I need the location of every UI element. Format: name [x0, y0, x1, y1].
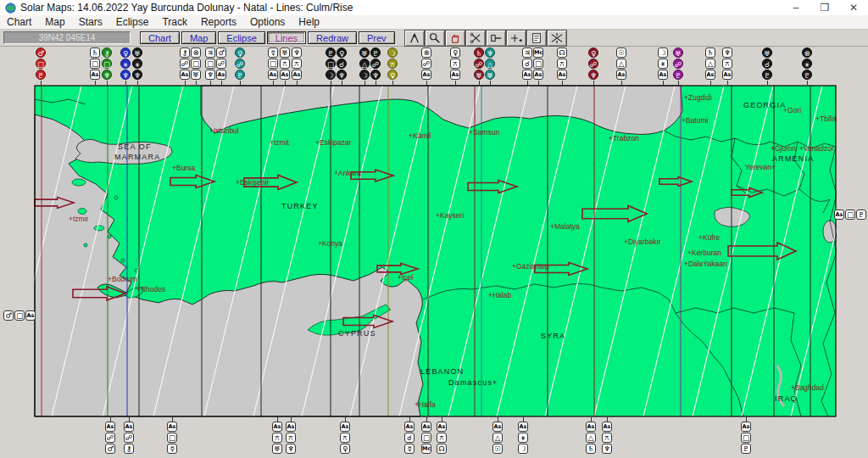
close-button[interactable]: ✕ — [839, 0, 868, 15]
glyph-⚹: ⚹ — [658, 59, 668, 69]
glyph-♆: ♆ — [588, 70, 598, 80]
menu-map[interactable]: Map — [38, 15, 71, 29]
crosshair-tool-icon[interactable] — [506, 30, 526, 47]
glyph-As: As — [340, 422, 350, 432]
glyph-□: □ — [741, 433, 751, 443]
glyph-□: □ — [102, 59, 112, 69]
top-line-marker: ♄△As — [704, 47, 717, 85]
pin-tool-icon[interactable] — [486, 30, 506, 47]
map-label-city: +Tbilisi — [815, 114, 837, 123]
top-line-marker: ☊⚻As — [555, 47, 569, 85]
glyph-As: As — [518, 422, 528, 432]
scissors-tool-icon[interactable] — [465, 30, 486, 47]
glyph-As: As — [216, 70, 226, 80]
zoom-tool-icon[interactable] — [425, 30, 445, 47]
prev-button[interactable]: Prev — [359, 31, 395, 44]
top-line-marker: ♅☌♇ — [760, 47, 774, 85]
menu-eclipse[interactable]: Eclipse — [109, 15, 156, 29]
map-label-city: +Rhodes — [136, 285, 165, 293]
glyph-□: □ — [191, 59, 201, 69]
pan-hand-tool-icon[interactable] — [445, 30, 465, 47]
glyph-⚷: ⚷ — [102, 47, 112, 58]
glyph-☍: ☍ — [421, 59, 431, 69]
menu-chart[interactable]: Chart — [0, 15, 38, 29]
map-label-city: +Gjumri — [771, 144, 796, 153]
glyph-☍: ☍ — [370, 59, 381, 69]
glyph-⚻: ⚻ — [340, 433, 350, 443]
glyph-♀: ♀ — [588, 47, 598, 58]
bottom-line-marker: As⚻♆ — [600, 417, 614, 455]
glyph-☊: ☊ — [437, 444, 447, 454]
glyph-♇: ♇ — [856, 209, 866, 220]
glyph-□: □ — [533, 59, 543, 69]
top-line-marker: ♅⚹♆ — [131, 47, 144, 85]
glyph-♄: ♄ — [705, 47, 715, 58]
map-label-city: +Içel — [398, 273, 413, 282]
glyph-As: As — [492, 422, 503, 432]
glyph-☿: ☿ — [404, 444, 415, 454]
top-line-marker: ♀☌♆ — [335, 47, 348, 85]
map-canvas[interactable]: +Istanbul+Izmit+Bursa+Eskipazar+Ankara+E… — [34, 85, 837, 417]
top-line-marker: ♆△♅ — [483, 47, 497, 85]
glyph-♅: ♅ — [485, 70, 495, 80]
right-edge-glyph-box: As□♇ — [834, 209, 866, 220]
map-label-city: +Batumi — [682, 116, 709, 125]
glyph-As: As — [705, 70, 715, 80]
glyph-♆: ♆ — [722, 47, 732, 58]
glyph-♆: ♆ — [485, 47, 495, 58]
measure-tool-icon[interactable] — [404, 30, 425, 47]
menu-reports[interactable]: Reports — [194, 15, 243, 29]
glyph-⚻: ⚻ — [450, 59, 460, 69]
map-label-region: ARMENIA — [772, 154, 814, 163]
map-label-region: LEBANON — [420, 367, 464, 376]
bottom-line-marker: As⚻♀ — [338, 417, 352, 455]
glyph-As: As — [421, 70, 431, 80]
glyph-♇: ♇ — [741, 444, 751, 454]
map-label-city: +Diyarbakır — [624, 237, 661, 246]
glyph-♅: ♅ — [272, 444, 282, 454]
map-label-city: +Eskipazar — [315, 138, 351, 147]
map-label-region: SEA OF — [118, 142, 152, 151]
glyph-⚻: ⚻ — [602, 433, 612, 443]
menu-bar: Chart Map Stars Eclipse Track Reports Op… — [0, 15, 868, 30]
map-label-city: +Kâmil — [409, 131, 431, 140]
glyph-⊗: ⊗ — [802, 47, 812, 58]
glyph-△: △ — [492, 433, 503, 443]
glyph-As: As — [557, 70, 567, 80]
top-line-marker: Mc□As — [531, 47, 545, 85]
notes-tool-icon[interactable] — [526, 30, 547, 47]
glyph-☌: ☌ — [404, 433, 415, 443]
top-line-marker: ⊗⚹♇ — [800, 47, 814, 85]
glyph-⚹: ⚹ — [802, 59, 812, 69]
menu-stars[interactable]: Stars — [72, 15, 109, 29]
glyph-♂: ♂ — [36, 47, 46, 58]
bottom-line-marker: As☍♂ — [103, 417, 117, 455]
glyph-⚹: ⚹ — [132, 59, 142, 69]
bottom-line-marker: As⚻♆ — [284, 417, 298, 455]
menu-help[interactable]: Help — [292, 15, 326, 29]
eclipse-button[interactable]: Eclipse — [218, 31, 264, 44]
map-button[interactable]: Map — [181, 31, 216, 44]
glyph-♅: ♅ — [280, 47, 290, 58]
minimize-button[interactable]: – — [782, 0, 810, 15]
glyph-♆: ♆ — [132, 70, 142, 80]
top-line-marker: ♂☍As — [214, 47, 228, 85]
redraw-button[interactable]: Redraw — [308, 31, 357, 44]
glyph-As: As — [616, 70, 626, 80]
chart-button[interactable]: Chart — [140, 31, 180, 44]
glyph-☿: ☿ — [268, 47, 278, 58]
top-line-marker: ⊗☍As — [420, 47, 433, 85]
menu-options[interactable]: Options — [243, 15, 292, 29]
map-label-region: GEORGIA — [743, 101, 786, 109]
restore-button[interactable]: ❐ — [810, 0, 839, 15]
glyph-As: As — [450, 70, 460, 80]
glyph-♇: ♇ — [36, 70, 46, 80]
rotate-tool-icon[interactable] — [547, 30, 567, 47]
map-label-city: +DaleYakaarı — [684, 260, 727, 268]
glyph-△: △ — [705, 59, 715, 69]
glyph-☉: ☉ — [616, 47, 626, 58]
lines-button[interactable]: Lines — [267, 31, 306, 44]
glyph-As: As — [292, 70, 302, 80]
menu-track[interactable]: Track — [155, 15, 194, 29]
glyph-☌: ☌ — [762, 59, 772, 69]
